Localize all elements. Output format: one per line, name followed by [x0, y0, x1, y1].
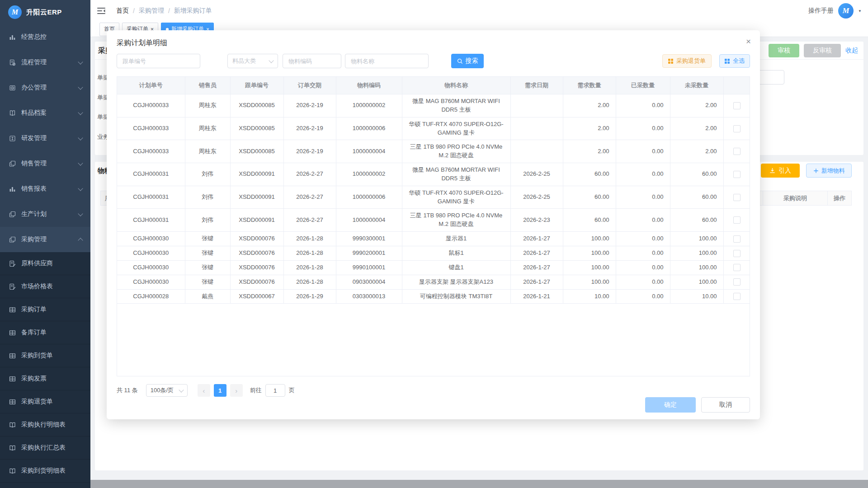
- sidebar-item-sales-mgmt[interactable]: 销售管理: [0, 151, 90, 176]
- row-checkbox[interactable]: [733, 148, 741, 155]
- row-checkbox[interactable]: [733, 250, 741, 257]
- sidebar-item-process-mgmt[interactable]: 流程管理: [0, 50, 90, 75]
- select-all-button[interactable]: 全选: [719, 54, 750, 68]
- row-checkbox[interactable]: [733, 171, 741, 178]
- pagination: 共 11 条 100条/页 ‹ 1 › 前往 页: [117, 384, 295, 397]
- cell-material-name: 显示器支架 显示器支架A123: [402, 275, 510, 289]
- confirm-button[interactable]: 确定: [645, 397, 696, 413]
- sidebar-toggle-icon[interactable]: [97, 7, 105, 14]
- cell-unpurchased-qty: 60.00: [670, 186, 723, 209]
- table-row[interactable]: CGJH000030张键XSDD0000762026-1-28090300000…: [117, 275, 750, 289]
- table-row[interactable]: CGJH000028戴燕XSDD0000672026-1-29030300001…: [117, 289, 750, 304]
- table-row[interactable]: CGJH000030张键XSDD0000762026-1-28999010000…: [117, 260, 750, 275]
- collapse-link[interactable]: 收起: [845, 47, 858, 55]
- goto-page-input[interactable]: [265, 384, 285, 397]
- cell-unpurchased-qty: 100.00: [670, 260, 723, 275]
- sidebar-item-material-archive[interactable]: 料品档案: [0, 100, 90, 126]
- cell-material-code: 1000000006: [336, 117, 402, 140]
- prev-page-button[interactable]: ‹: [198, 384, 210, 397]
- cell-plan-no: CGJH000030: [117, 275, 185, 289]
- plan-table-header-row: 计划单号销售员跟单编号订单交期物料编码物料名称需求日期需求数量已采数量未采数量: [117, 77, 750, 94]
- cell-salesman: 刘伟: [185, 186, 230, 209]
- cell-demand-date: [510, 140, 563, 163]
- row-checkbox[interactable]: [733, 293, 741, 300]
- close-icon[interactable]: ×: [746, 37, 751, 47]
- table-row[interactable]: CGJH000033周桂东XSDD0000852026-2-1910000000…: [117, 117, 750, 140]
- column-actions: 操作: [827, 191, 851, 205]
- row-checkbox[interactable]: [733, 235, 741, 243]
- table-row[interactable]: CGJH000031刘伟XSDD0000912026-2-27100000000…: [117, 209, 750, 232]
- table-row[interactable]: CGJH000030张键XSDD0000762026-1-28999030000…: [117, 232, 750, 246]
- sidebar-subitem-purchase-invoice[interactable]: 采购发票: [0, 367, 90, 390]
- sidebar-item-sales-report[interactable]: 销售报表: [0, 176, 90, 202]
- table-row[interactable]: CGJH000033周桂东XSDD0000852026-2-1910000000…: [117, 94, 750, 117]
- cell-follow-no: XSDD000076: [230, 246, 283, 260]
- row-checkbox[interactable]: [733, 264, 741, 271]
- chevron-down-icon: [78, 59, 83, 64]
- row-checkbox[interactable]: [733, 194, 741, 201]
- cell-delivery-date: 2026-2-27: [283, 186, 336, 209]
- table-row[interactable]: CGJH000031刘伟XSDD0000912026-2-27100000000…: [117, 163, 750, 186]
- category-select[interactable]: 料品大类: [227, 54, 278, 68]
- table-row[interactable]: CGJH000033周桂东XSDD0000852026-2-1910000000…: [117, 140, 750, 163]
- next-page-button[interactable]: ›: [230, 384, 243, 397]
- sidebar-subitem-purchase-arrival-detail[interactable]: 采购到货明细表: [0, 460, 90, 483]
- cancel-button[interactable]: 取消: [701, 397, 750, 413]
- import-button[interactable]: 引入: [761, 164, 800, 178]
- breadcrumb-purchase-mgmt[interactable]: 采购管理: [139, 7, 164, 15]
- sidebar-subitem-purchase-return[interactable]: 采购退货单: [0, 390, 90, 413]
- material-name-input[interactable]: [345, 54, 429, 68]
- table-icon: [9, 352, 16, 359]
- cell-demand-qty: 100.00: [563, 246, 616, 260]
- row-checkbox[interactable]: [733, 216, 741, 224]
- row-checkbox[interactable]: [733, 102, 741, 109]
- sidebar-item-label: 生产计划: [21, 210, 79, 218]
- follow-no-input[interactable]: [117, 54, 200, 68]
- cell-purchased-qty: 0.00: [616, 94, 670, 117]
- table-row[interactable]: CGJH000030张键XSDD0000762026-1-28999020000…: [117, 246, 750, 260]
- cell-plan-no: CGJH000031: [117, 186, 185, 209]
- chevron-down-icon: [269, 58, 274, 63]
- column-header: 需求数量: [563, 77, 616, 94]
- user-avatar[interactable]: M: [838, 3, 854, 19]
- purchase-return-button[interactable]: 采购退货单: [662, 54, 712, 68]
- search-button[interactable]: 搜索: [451, 54, 484, 68]
- current-page-button[interactable]: 1: [214, 384, 226, 397]
- sidebar-item-production-plan[interactable]: 生产计划: [0, 202, 90, 227]
- page-size-select[interactable]: 100条/页: [146, 384, 188, 397]
- audit-button[interactable]: 审核: [769, 44, 799, 57]
- material-code-input[interactable]: [283, 54, 341, 68]
- table-row[interactable]: CGJH000031刘伟XSDD0000912026-2-27100000000…: [117, 186, 750, 209]
- cell-unpurchased-qty: 60.00: [670, 163, 723, 186]
- unaudit-button[interactable]: 反审核: [804, 44, 841, 57]
- row-checkbox[interactable]: [733, 278, 741, 286]
- sidebar-subitem-purchase-exec-summary[interactable]: 采购执行汇总表: [0, 436, 90, 460]
- cell-select: [723, 275, 750, 289]
- sidebar-subitem-purchase-invoice-detail[interactable]: 采购发票明细表: [0, 483, 90, 488]
- sidebar-subitem-purchase-exec-detail[interactable]: 采购执行明细表: [0, 413, 90, 436]
- sidebar-subitem-raw-supplier[interactable]: 原料供应商: [0, 252, 90, 275]
- operation-manual-link[interactable]: 操作手册: [808, 7, 834, 15]
- cell-demand-date: 2026-2-25: [510, 186, 563, 209]
- sidebar-subitem-market-price[interactable]: 市场价格表: [0, 275, 90, 298]
- column-header-checkbox: [723, 77, 750, 94]
- sidebar-subitem-purchase-arrival[interactable]: 采购到货单: [0, 344, 90, 367]
- row-checkbox[interactable]: [733, 125, 741, 132]
- sidebar-item-rd-mgmt[interactable]: 研发管理: [0, 126, 90, 151]
- cell-delivery-date: 2026-1-28: [283, 275, 336, 289]
- caret-down-icon[interactable]: ▼: [858, 9, 862, 13]
- cell-follow-no: XSDD000067: [230, 289, 283, 304]
- sidebar-item-purchase-mgmt[interactable]: 采购管理: [0, 227, 90, 252]
- sidebar-item-label: 办公管理: [21, 84, 79, 92]
- sidebar-item-business-overview[interactable]: 经营总控: [0, 24, 90, 50]
- sidebar-item-office-mgmt[interactable]: 办公管理: [0, 75, 90, 100]
- cell-material-name: 微星 MAG B760M MORTAR WIFI DDR5 主板: [402, 163, 510, 186]
- cell-plan-no: CGJH000030: [117, 232, 185, 246]
- column-header: 物料名称: [402, 77, 510, 94]
- add-material-button[interactable]: 新增物料: [806, 164, 852, 178]
- breadcrumb-home[interactable]: 首页: [116, 7, 129, 15]
- sidebar-subitem-stock-order[interactable]: 备库订单: [0, 321, 90, 344]
- topbar-right: 操作手册 M ▼: [808, 3, 868, 19]
- sidebar-submenu: 原料供应商市场价格表采购订单备库订单采购到货单采购发票采购退货单采购执行明细表采…: [0, 252, 90, 488]
- sidebar-subitem-purchase-order[interactable]: 采购订单: [0, 298, 90, 321]
